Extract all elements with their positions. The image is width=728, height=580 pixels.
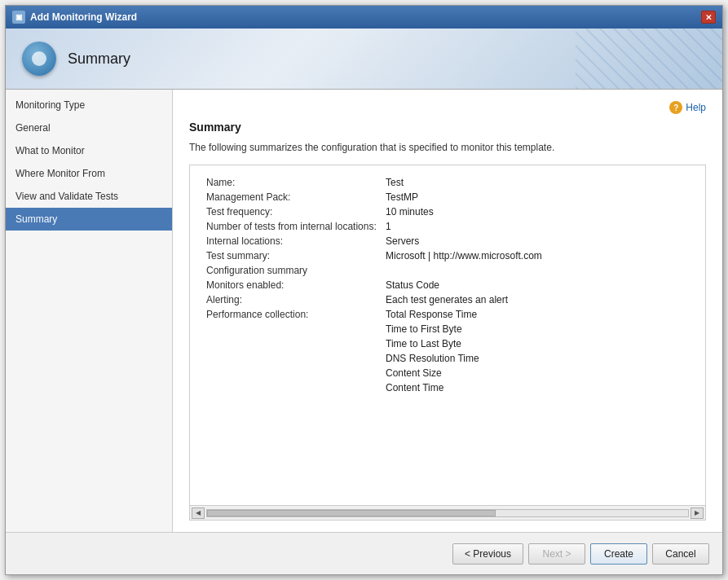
row-label	[203, 366, 382, 380]
row-label: Test frequency:	[203, 204, 382, 219]
wizard-icon	[22, 42, 56, 76]
row-value: DNS Resolution Time	[382, 351, 692, 366]
help-icon: ?	[669, 101, 682, 114]
summary-scroll-area[interactable]: Name:TestManagement Pack:TestMPTest freq…	[190, 165, 705, 505]
row-value: Each test generates an alert	[382, 292, 692, 307]
horizontal-scrollbar[interactable]: ◀ ▶	[190, 505, 705, 520]
row-label: Configuration summary	[203, 263, 382, 278]
row-label	[203, 336, 382, 351]
title-bar: ▣ Add Monitoring Wizard ✕	[6, 6, 722, 29]
sidebar-item-monitoring-type[interactable]: Monitoring Type	[6, 94, 172, 116]
scroll-thumb[interactable]	[207, 510, 496, 516]
scroll-left-button[interactable]: ◀	[192, 508, 205, 519]
sidebar-item-general[interactable]: General	[6, 116, 172, 139]
row-label: Number of tests from internal locations:	[203, 219, 382, 234]
scroll-track[interactable]	[206, 509, 689, 517]
row-value: 1	[382, 219, 692, 234]
main-content: ? Help Summary The following summarizes …	[173, 90, 722, 532]
row-value: Total Response Time	[382, 307, 692, 322]
row-label: Alerting:	[203, 292, 382, 307]
wizard-header-title: Summary	[68, 51, 130, 68]
wizard-header: Summary	[6, 29, 722, 90]
close-button[interactable]: ✕	[701, 11, 716, 24]
row-value: Time to First Byte	[382, 322, 692, 336]
title-bar-icon: ▣	[12, 11, 25, 24]
sidebar-item-what-to-monitor[interactable]: What to Monitor	[6, 139, 172, 162]
row-value	[382, 263, 692, 278]
row-label: Test summary:	[203, 248, 382, 263]
row-label: Monitors enabled:	[203, 278, 382, 292]
create-button[interactable]: Create	[590, 543, 647, 565]
table-row: Test summary:Microsoft | http://www.micr…	[203, 248, 692, 263]
main-window: ▣ Add Monitoring Wizard ✕ Summary Monito…	[5, 5, 723, 575]
header-decoration	[576, 29, 722, 90]
row-value: Status Code	[382, 278, 692, 292]
row-label	[203, 322, 382, 336]
cancel-button[interactable]: Cancel	[652, 543, 709, 565]
row-label: Internal locations:	[203, 234, 382, 248]
previous-button[interactable]: < Previous	[452, 543, 523, 565]
table-row: Performance collection:Total Response Ti…	[203, 307, 692, 322]
table-row: DNS Resolution Time	[203, 351, 692, 366]
row-label	[203, 380, 382, 395]
table-row: Management Pack:TestMP	[203, 190, 692, 204]
sidebar-item-summary[interactable]: Summary	[6, 208, 172, 231]
row-value: Content Size	[382, 366, 692, 380]
row-value: Microsoft | http://www.microsoft.com	[382, 248, 692, 263]
next-button[interactable]: Next >	[528, 543, 585, 565]
window-title: Add Monitoring Wizard	[30, 11, 701, 23]
sidebar-item-view-validate-tests[interactable]: View and Validate Tests	[6, 185, 172, 208]
content-description: The following summarizes the configurati…	[189, 142, 706, 153]
table-row: Alerting:Each test generates an alert	[203, 292, 692, 307]
row-value: TestMP	[382, 190, 692, 204]
summary-box: Name:TestManagement Pack:TestMPTest freq…	[189, 165, 706, 521]
table-row: Time to Last Byte	[203, 336, 692, 351]
sidebar: Monitoring TypeGeneralWhat to MonitorWhe…	[6, 90, 173, 532]
row-value: Time to Last Byte	[382, 336, 692, 351]
table-row: Name:Test	[203, 175, 692, 190]
row-label: Name:	[203, 175, 382, 190]
table-row: Test frequency:10 minutes	[203, 204, 692, 219]
sidebar-item-where-monitor-from[interactable]: Where Monitor From	[6, 162, 172, 185]
table-row: Content Time	[203, 380, 692, 395]
row-label: Performance collection:	[203, 307, 382, 322]
table-row: Content Size	[203, 366, 692, 380]
row-value: 10 minutes	[382, 204, 692, 219]
help-label: Help	[686, 102, 706, 113]
help-button[interactable]: ? Help	[669, 101, 706, 114]
row-value: Content Time	[382, 380, 692, 395]
scroll-right-button[interactable]: ▶	[690, 508, 704, 519]
help-link-container: ? Help	[189, 101, 706, 114]
summary-table: Name:TestManagement Pack:TestMPTest freq…	[203, 175, 692, 395]
table-row: Monitors enabled:Status Code	[203, 278, 692, 292]
table-row: Internal locations:Servers	[203, 234, 692, 248]
content-area: ? Help Summary The following summarizes …	[173, 90, 722, 532]
wizard-footer: < Previous Next > Create Cancel	[6, 532, 722, 574]
row-value: Test	[382, 175, 692, 190]
wizard-body: Monitoring TypeGeneralWhat to MonitorWhe…	[6, 90, 722, 532]
content-title: Summary	[189, 121, 706, 134]
table-row: Configuration summary	[203, 263, 692, 278]
table-row: Number of tests from internal locations:…	[203, 219, 692, 234]
table-row: Time to First Byte	[203, 322, 692, 336]
row-label: Management Pack:	[203, 190, 382, 204]
row-label	[203, 351, 382, 366]
row-value: Servers	[382, 234, 692, 248]
